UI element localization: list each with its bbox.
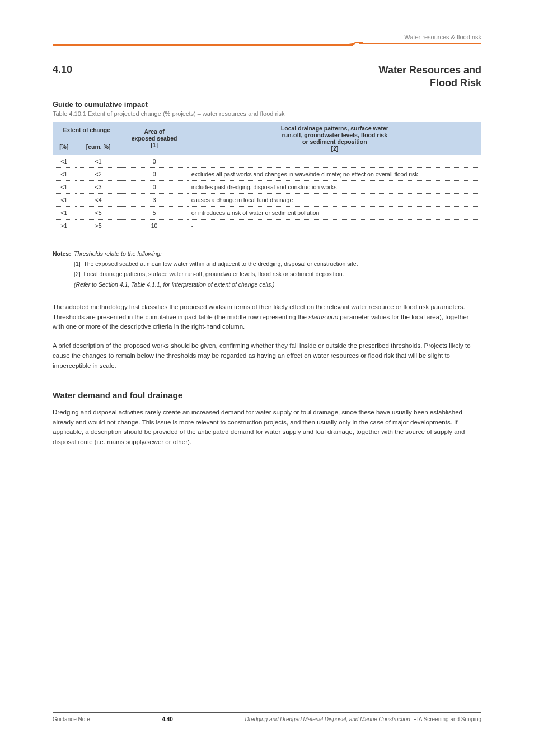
col-subheader-cum: [cum. %] [76,138,121,155]
cell-cum: >5 [76,219,121,232]
cell-seabed: 0 [121,155,188,167]
cell-drainage: excludes all past works and changes in w… [188,167,481,180]
cell-cum: <4 [76,193,121,206]
paragraph-3: Dredging and disposal activities rarely … [53,408,481,447]
table-caption: Table 4.10.1 Extent of projected change … [53,110,481,117]
cell-cum: <1 [76,155,121,167]
col-header-seabed: Area ofexposed seabed[1] [121,122,188,155]
cell-cum: <2 [76,167,121,180]
section-title: Water Resources and Flood Risk [379,64,481,90]
footer-left: Guidance Note [53,716,90,722]
cell-seabed: 0 [121,180,188,193]
table-row: <1<55or introduces a risk of water or se… [53,206,481,219]
footer-right: Dredging and Dredged Material Disposal, … [245,716,481,722]
table-row: <1<20excludes all past works and changes… [53,167,481,180]
table-row: >1>510- [53,219,481,232]
cell-seabed: 5 [121,206,188,219]
page-footer: Guidance Note 4.40 Dredging and Dredged … [53,712,481,722]
col-header-extent: Extent of change [53,122,121,138]
cell-pct: >1 [53,219,76,232]
paragraph-1: The adopted methodology first classifies… [53,302,481,332]
subheading: Guide to cumulative impact [53,100,481,109]
col-header-drainage: Local drainage patterns, surface waterru… [188,122,481,155]
cell-cum: <5 [76,206,121,219]
header-category: Water resources & flood risk [53,34,481,40]
cell-drainage: causes a change in local land drainage [188,193,481,206]
table-row: <1<30includes past dredging, disposal an… [53,180,481,193]
cumulative-impact-table: Extent of change Area ofexposed seabed[1… [53,122,481,232]
cell-pct: <1 [53,180,76,193]
header-divider [53,43,481,48]
notes-label: Notes: [53,249,74,258]
notes-item-2: [2] Local drainage patterns, surface wat… [74,269,481,278]
cell-drainage: - [188,219,481,232]
cell-drainage: includes past dredging, disposal and con… [188,180,481,193]
notes-end: (Refer to Section 4.1, Table 4.1.1, for … [74,280,481,289]
cell-pct: <1 [53,193,76,206]
cell-drainage: or introduces a risk of water or sedimen… [188,206,481,219]
cell-seabed: 10 [121,219,188,232]
cell-seabed: 0 [121,167,188,180]
section-number: 4.10 [53,64,379,76]
notes-intro: Thresholds relate to the following: [74,249,481,258]
table-row: <1<10- [53,155,481,167]
table-row: <1<43causes a change in local land drain… [53,193,481,206]
cell-pct: <1 [53,167,76,180]
subsection-title: Water demand and foul drainage [53,390,481,400]
cell-cum: <3 [76,180,121,193]
col-subheader-pct: [%] [53,138,76,155]
footer-page-number: 4.40 [162,716,172,722]
paragraph-2: A brief description of the proposed work… [53,341,481,371]
cell-pct: <1 [53,206,76,219]
cell-seabed: 3 [121,193,188,206]
cell-pct: <1 [53,155,76,167]
cell-drainage: - [188,155,481,167]
notes-item-1: [1] The exposed seabed at mean low water… [74,259,481,268]
table-notes: Notes: Thresholds relate to the followin… [53,249,481,290]
